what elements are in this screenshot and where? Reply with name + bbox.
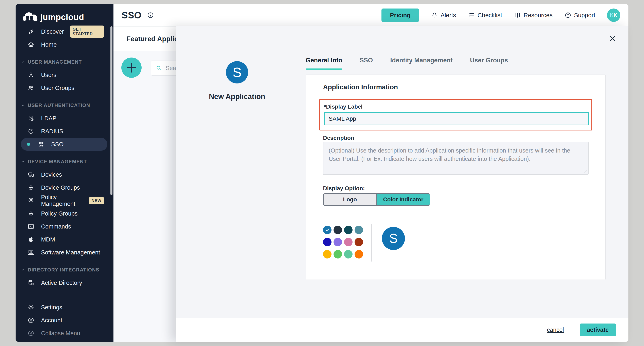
tab-general-info[interactable]: General Info (306, 57, 342, 70)
sidebar-item-label: Users (41, 72, 56, 78)
topbar: SSO Pricing AlertsChecklistResourcesSupp… (114, 4, 628, 26)
sidebar-item-discover[interactable]: DiscoverGET STARTED (16, 25, 114, 38)
sidebar-item-label: RADIUS (41, 128, 63, 135)
application-identity: S New Application (196, 61, 278, 101)
chevron-down-icon (21, 60, 25, 64)
bell-icon (431, 12, 438, 19)
sidebar-badge: GET STARTED (70, 26, 104, 38)
application-avatar: S (226, 61, 248, 83)
description-field (323, 142, 588, 175)
sidebar-item-label: Software Management (41, 249, 100, 256)
sidebar-item-ldap[interactable]: LDAP (16, 112, 114, 125)
tab-identity-management[interactable]: Identity Management (390, 57, 452, 70)
software-icon (27, 248, 35, 256)
search-icon (156, 65, 162, 71)
color-swatch-9[interactable] (323, 250, 332, 258)
display-label-highlight: *Display Label (319, 99, 592, 130)
sidebar-item-collapse-menu[interactable]: Collapse Menu (16, 327, 114, 340)
collapse-icon (27, 329, 35, 337)
color-swatch-5[interactable] (323, 238, 332, 246)
apple-icon (27, 235, 35, 244)
chevron-down-icon (21, 103, 25, 107)
sidebar-item-label: Discover (41, 28, 64, 35)
sidebar-item-label: Active Directory (41, 280, 82, 286)
policy-groups-icon (27, 210, 35, 218)
tab-sso[interactable]: SSO (360, 57, 373, 70)
activate-button[interactable]: activate (580, 323, 616, 336)
topbar-actions: Pricing AlertsChecklistResourcesSupport … (382, 9, 620, 22)
topnav-support[interactable]: Support (564, 12, 595, 19)
sidebar-scrollbar[interactable] (110, 26, 112, 195)
color-swatch-12[interactable] (354, 250, 363, 258)
display-option-logo[interactable]: Logo (324, 194, 376, 205)
policy-icon (27, 197, 35, 205)
display-option-color-indicator[interactable]: Color Indicator (376, 194, 430, 205)
settings-icon (27, 303, 35, 311)
sidebar-item-radius[interactable]: RADIUS (16, 125, 114, 138)
display-label-input[interactable] (324, 112, 589, 125)
tab-user-groups[interactable]: User Groups (470, 57, 508, 70)
sidebar-section-directory-integrations[interactable]: DIRECTORY INTEGRATIONS (16, 263, 114, 276)
sidebar-nav: DiscoverGET STARTEDHomeUSER MANAGEMENTUs… (16, 25, 114, 340)
sidebar-item-home[interactable]: Home (16, 38, 114, 51)
add-application-button[interactable] (121, 58, 142, 78)
color-swatch-1[interactable] (323, 226, 332, 234)
color-swatch-10[interactable] (334, 250, 342, 258)
color-swatch-4[interactable] (354, 226, 363, 234)
info-icon[interactable] (147, 12, 154, 19)
rocket-icon (27, 28, 35, 36)
modal-footer: cancel activate (176, 318, 628, 342)
jumpcloud-logo[interactable]: jumpcloud (16, 4, 114, 25)
description-textarea[interactable] (323, 142, 588, 175)
card-heading: Application Information (323, 83, 398, 91)
sidebar-item-label: Policy Management (41, 194, 83, 207)
sidebar-section-device-management[interactable]: DEVICE MANAGEMENT (16, 155, 114, 168)
user-icon (27, 71, 35, 79)
sidebar-item-label: LDAP (41, 115, 56, 122)
app-window: jumpcloud DiscoverGET STARTEDHomeUSER MA… (16, 4, 628, 342)
sidebar-section-user-authentication[interactable]: USER AUTHENTICATION (16, 99, 114, 112)
radius-icon (27, 127, 35, 135)
sidebar-item-device-groups[interactable]: Device Groups (16, 181, 114, 194)
sidebar-item-users[interactable]: Users (16, 68, 114, 81)
sidebar-item-sso[interactable]: SSO (21, 138, 108, 151)
sidebar-item-devices[interactable]: Devices (16, 168, 114, 181)
description-label: Description (323, 135, 354, 141)
sidebar-item-label: Home (41, 41, 57, 48)
general-info-card: Application Information *Display Label D… (306, 75, 606, 280)
cancel-button[interactable]: cancel (547, 326, 564, 333)
color-preview-circle: S (382, 227, 405, 250)
sidebar-item-label: Collapse Menu (41, 330, 80, 337)
topnav-resources[interactable]: Resources (514, 12, 552, 19)
home-icon (27, 41, 35, 49)
color-swatch-8[interactable] (354, 238, 363, 246)
topnav-alerts[interactable]: Alerts (431, 12, 456, 19)
sidebar-item-active-directory[interactable]: Active Directory (16, 276, 114, 289)
palette-divider (371, 224, 372, 262)
commands-icon (27, 222, 35, 231)
sidebar-item-commands[interactable]: Commands (16, 220, 114, 233)
sidebar-item-settings[interactable]: Settings (16, 301, 114, 314)
color-palette (323, 226, 365, 262)
close-icon[interactable] (608, 34, 617, 43)
topnav-checklist[interactable]: Checklist (468, 12, 502, 19)
color-swatch-3[interactable] (344, 226, 352, 234)
sidebar-item-account[interactable]: Account (16, 314, 114, 327)
sidebar-item-mdm[interactable]: MDM (16, 233, 114, 246)
sidebar-item-user-groups[interactable]: User Groups (16, 81, 114, 94)
color-swatch-11[interactable] (344, 250, 352, 258)
display-option-label: Display Option: (323, 185, 365, 192)
avatar[interactable]: KK (607, 9, 620, 22)
sso-icon (37, 140, 45, 148)
color-swatch-2[interactable] (334, 226, 342, 234)
color-swatch-7[interactable] (344, 238, 352, 246)
color-swatch-6[interactable] (334, 238, 342, 246)
pricing-button[interactable]: Pricing (382, 9, 419, 22)
sidebar-item-policy-groups[interactable]: Policy Groups (16, 207, 114, 220)
sidebar-item-label: SSO (51, 141, 64, 148)
sidebar-section-user-management[interactable]: USER MANAGEMENT (16, 56, 114, 68)
sidebar-item-policy-management[interactable]: Policy ManagementNEW (16, 194, 114, 207)
sidebar-item-software-management[interactable]: Software Management (16, 246, 114, 259)
active-indicator-dot (27, 143, 30, 146)
check-icon (323, 226, 332, 234)
